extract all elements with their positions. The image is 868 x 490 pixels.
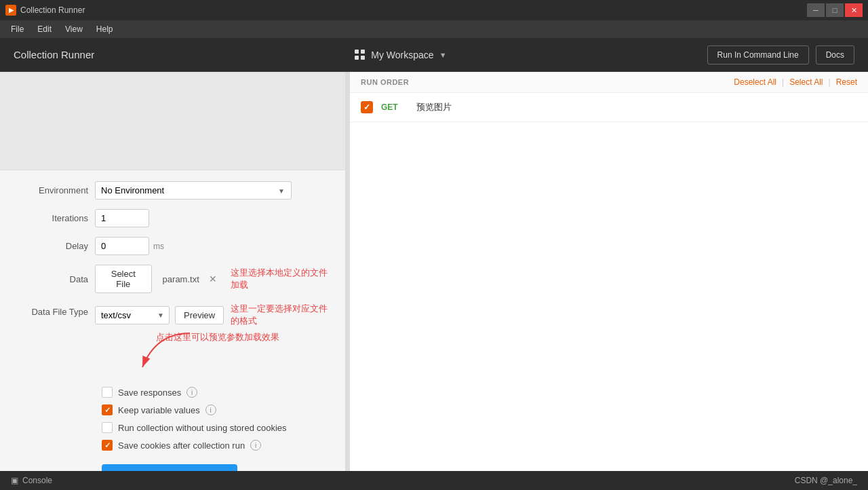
request-method: GET	[381, 102, 408, 112]
close-button[interactable]: ✕	[845, 3, 863, 17]
table-row: GET 预览图片	[350, 93, 868, 122]
workspace-selector[interactable]: My Workspace ▼	[355, 50, 446, 60]
status-bar: ▣ Console CSDN @_alone_	[0, 471, 868, 490]
environment-label: Environment	[14, 185, 88, 195]
data-row: Data Select File param.txt ✕ 这里选择本地定义的文件…	[14, 265, 332, 293]
console-button[interactable]: ▣ Console	[11, 476, 52, 485]
run-without-cookies-label: Run collection without using stored cook…	[118, 423, 287, 433]
request-name: 预览图片	[416, 101, 452, 113]
app-icon: ▶	[5, 5, 16, 16]
save-cookies-row: Save cookies after collection run i	[102, 440, 332, 451]
save-responses-label: Save responses	[118, 388, 181, 398]
select-all-button[interactable]: Select All	[789, 77, 823, 87]
menu-file[interactable]: File	[5, 23, 29, 35]
workspace-name: My Workspace	[371, 50, 433, 60]
form-section: Environment No Environment Iterations De…	[0, 170, 345, 471]
file-type-select[interactable]: text/csv	[95, 306, 170, 324]
title-bar: ▶ Collection Runner ─ □ ✕	[0, 0, 868, 20]
title-bar-controls: ─ □ ✕	[807, 3, 863, 17]
environment-select[interactable]: No Environment	[95, 181, 292, 200]
left-panel: Environment No Environment Iterations De…	[0, 72, 346, 471]
arrow-annotation-container: 点击这里可以预览参数加载效果	[95, 330, 332, 377]
delay-input-group: ms	[95, 237, 164, 255]
collection-runner-title: Collection Runner	[14, 49, 94, 60]
file-name: param.txt	[163, 274, 199, 284]
left-panel-top	[0, 72, 345, 170]
keep-variable-checkbox[interactable]	[102, 404, 113, 415]
data-label: Data	[14, 274, 88, 284]
workspace-icon	[355, 50, 366, 60]
file-type-input-row: text/csv ▼ Preview 这里一定要选择对应文件的格式	[95, 303, 332, 327]
save-cookies-checkbox[interactable]	[102, 440, 113, 451]
title-bar-left: ▶ Collection Runner	[5, 5, 85, 16]
keep-variable-row: Keep variable values i	[102, 404, 332, 415]
run-order-header: RUN ORDER Deselect All | Select All | Re…	[350, 72, 868, 93]
preview-annotation: 点击这里可以预览参数加载效果	[156, 331, 279, 343]
run-without-cookies-checkbox[interactable]	[102, 422, 113, 433]
save-cookies-label: Save cookies after collection run	[118, 440, 245, 451]
save-responses-row: Save responses i	[102, 387, 332, 398]
run-btn-container: Run 并发测试	[102, 464, 332, 471]
data-file-type-label: Data File Type	[14, 307, 88, 317]
close-file-icon[interactable]: ✕	[209, 274, 217, 284]
save-cookies-info-icon[interactable]: i	[250, 440, 261, 451]
right-panel: RUN ORDER Deselect All | Select All | Re…	[350, 72, 868, 471]
file-type-annotation: 这里一定要选择对应文件的格式	[231, 303, 332, 327]
header-right: Run In Command Line Docs	[707, 45, 854, 64]
deselect-all-button[interactable]: Deselect All	[734, 77, 776, 87]
environment-select-wrapper: No Environment	[95, 181, 292, 200]
separator-2: |	[829, 77, 831, 87]
preview-button[interactable]: Preview	[175, 306, 224, 324]
status-credit: CSDN @_alone_	[795, 476, 857, 485]
menu-bar: File Edit View Help	[0, 20, 868, 38]
menu-view[interactable]: View	[60, 23, 88, 35]
console-icon: ▣	[11, 476, 18, 485]
file-annotation: 这里选择本地定义的文件加载	[231, 267, 332, 291]
ms-label: ms	[153, 242, 164, 251]
reset-button[interactable]: Reset	[836, 77, 857, 87]
file-type-select-wrapper: text/csv ▼	[95, 306, 170, 324]
docs-button[interactable]: Docs	[816, 45, 854, 64]
select-file-button[interactable]: Select File	[95, 265, 152, 293]
save-responses-info-icon[interactable]: i	[186, 387, 197, 398]
run-without-cookies-row: Run collection without using stored cook…	[102, 422, 332, 433]
data-file-type-row: Data File Type text/csv ▼ Preview 这里一定要选…	[14, 303, 332, 377]
delay-input[interactable]	[95, 237, 149, 255]
iterations-label: Iterations	[14, 213, 88, 223]
run-command-line-button[interactable]: Run In Command Line	[707, 45, 809, 64]
minimize-button[interactable]: ─	[807, 3, 825, 17]
delay-label: Delay	[14, 241, 88, 251]
app-title-bar-text: Collection Runner	[20, 5, 85, 15]
workspace-chevron-icon: ▼	[439, 51, 447, 59]
run-order-title: RUN ORDER	[361, 78, 409, 86]
iterations-row: Iterations	[14, 209, 332, 227]
app-header: Collection Runner My Workspace ▼ Run In …	[0, 38, 868, 72]
main-container: Environment No Environment Iterations De…	[0, 72, 868, 471]
delay-row: Delay ms	[14, 237, 332, 255]
console-label: Console	[22, 476, 52, 485]
environment-row: Environment No Environment	[14, 181, 332, 200]
menu-help[interactable]: Help	[91, 23, 119, 35]
menu-edit[interactable]: Edit	[32, 23, 57, 35]
iterations-input[interactable]	[95, 209, 149, 227]
data-file-type-block: text/csv ▼ Preview 这里一定要选择对应文件的格式	[95, 303, 332, 377]
maximize-button[interactable]: □	[826, 3, 844, 17]
separator-1: |	[782, 77, 784, 87]
keep-variable-label: Keep variable values	[118, 405, 200, 415]
save-responses-checkbox[interactable]	[102, 387, 113, 398]
run-button[interactable]: Run 并发测试	[102, 464, 237, 471]
request-checkbox[interactable]	[361, 101, 373, 113]
keep-variable-info-icon[interactable]: i	[205, 404, 216, 415]
run-order-actions: Deselect All | Select All | Reset	[734, 77, 857, 87]
